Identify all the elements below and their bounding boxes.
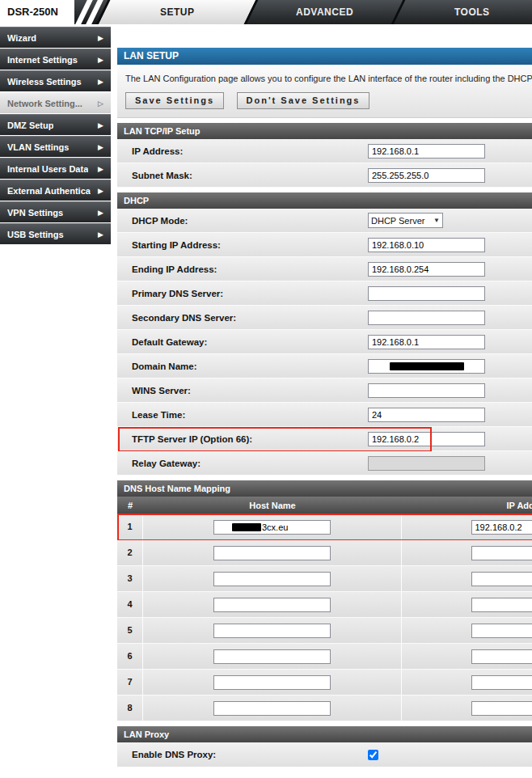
sidebar-item-label: USB Settings [7,230,64,239]
host-name-input[interactable]: 3cx.eu [213,520,331,535]
sidebar-item-label: Wizard [7,33,36,43]
host-name-input[interactable] [213,546,331,560]
table-row: 7 [117,670,532,696]
lan-proxy-section: LAN Proxy Enable DNS Proxy: [117,726,532,767]
row-number: 3 [117,566,143,591]
sidebar-item-internal-users-data[interactable]: Internal Users Data ▶ [0,158,111,179]
table-row: 3 [117,566,532,592]
row-number: 5 [117,618,143,643]
sidebar-item-label: DMZ Setup [7,121,53,130]
field-label: IP Address: [117,146,368,156]
redaction-bar [390,362,464,370]
primary-dns-input[interactable] [368,286,485,301]
tab-setup[interactable]: SETUP [96,0,255,24]
field-label: Secondary DNS Server: [117,313,368,323]
ending-ip-input[interactable] [368,262,485,277]
field-row-lease-time: Lease Time: [117,403,532,427]
secondary-dns-input[interactable] [368,311,485,325]
field-label: DHCP Mode: [117,216,368,226]
chevron-right-icon: ▶ [98,187,103,195]
column-header-host-name: Host Name [143,501,402,510]
field-row-ip-address: IP Address: [117,139,532,163]
tab-tools[interactable]: TOOLS [391,0,532,24]
row-number: 8 [117,696,143,721]
field-label: WINS Server: [117,386,368,395]
host-name-input[interactable] [213,598,331,612]
ip-address-input[interactable] [471,520,532,535]
sidebar-item-vpn-settings[interactable]: VPN Settings ▶ [0,201,111,222]
field-row-starting-ip: Starting IP Address: [117,233,532,257]
ip-address-input[interactable] [471,701,532,716]
column-header-number: # [117,501,143,510]
ip-address-input[interactable] [471,624,532,638]
chevron-down-icon: ▼ [433,217,440,224]
ip-address-input[interactable] [471,546,532,560]
host-name-input[interactable] [213,649,331,664]
ip-address-input[interactable] [471,649,532,664]
sidebar-item-usb-settings[interactable]: USB Settings ▶ [0,223,111,244]
row-number: 2 [117,540,143,565]
top-tabs: SETUP ADVANCED TOOLS [102,0,532,24]
table-header-row: # Host Name IP Address [117,497,532,514]
sidebar-item-internet-settings[interactable]: Internet Settings ▶ [0,49,111,70]
sidebar-menu: Wizard ▶ Internet Settings ▶ Wireless Se… [0,27,111,245]
table-row: 2 [117,540,532,566]
ip-address-input[interactable] [368,144,485,159]
sidebar-item-wireless-settings[interactable]: Wireless Settings ▶ [0,70,111,91]
table-row: 1 3cx.eu [117,514,532,540]
sidebar-item-network-setting[interactable]: Network Setting... ▷ [0,92,111,113]
tab-advanced[interactable]: ADVANCED [243,0,403,24]
ip-address-input[interactable] [471,572,532,586]
wins-server-input[interactable] [368,383,485,398]
ip-address-input[interactable] [471,675,532,690]
section-header-dns-mapping: DNS Host Name Mapping [117,480,532,497]
starting-ip-input[interactable] [368,238,485,252]
tab-tools-label: TOOLS [454,6,490,18]
sidebar-item-label: External Authentica [7,186,91,196]
chevron-right-icon: ▶ [98,209,103,217]
field-row-dhcp-mode: DHCP Mode: DHCP Server ▼ [117,209,532,233]
chevron-right-icon: ▶ [98,230,103,239]
host-name-input[interactable] [213,701,331,716]
save-settings-button[interactable]: Save Settings [125,92,224,109]
field-row-tftp-server: TFTP Server IP (Option 66): [117,427,532,451]
relay-gateway-input [368,456,485,471]
host-name-input[interactable] [213,572,331,586]
sidebar-item-wizard[interactable]: Wizard ▶ [0,27,111,48]
enable-dns-proxy-checkbox[interactable] [368,750,378,760]
domain-name-input[interactable] [368,359,485,374]
lan-tcpip-section: LAN TCP/IP Setup IP Address: Subnet Mask… [117,123,532,188]
sidebar-item-label: VLAN Settings [7,142,69,152]
subnet-mask-input[interactable] [368,168,485,183]
field-row-wins-server: WINS Server: [117,378,532,403]
default-gateway-input[interactable] [368,335,485,349]
host-name-input[interactable] [213,675,331,690]
field-row-relay-gateway: Relay Gateway: [117,451,532,476]
tab-setup-label: SETUP [160,6,195,18]
chevron-right-icon: ▶ [98,165,103,173]
field-label: Lease Time: [117,410,368,420]
lease-time-input[interactable] [368,408,485,422]
sidebar-item-dmz-setup[interactable]: DMZ Setup ▶ [0,114,111,135]
sidebar-item-external-authentication[interactable]: External Authentica ▶ [0,180,111,201]
table-row: 6 [117,644,532,670]
field-label: Primary DNS Server: [117,289,368,298]
section-header-lan-tcpip: LAN TCP/IP Setup [117,123,532,139]
field-row-ending-ip: Ending IP Address: [117,257,532,281]
row-number: 1 [117,514,143,539]
dont-save-settings-button[interactable]: Don't Save Settings [237,92,370,109]
row-number: 7 [117,670,143,695]
chevron-right-icon: ▶ [98,143,103,151]
table-row: 5 [117,618,532,644]
router-admin-page: DSR-250N SETUP ADVANCED TOOLS Wizard ▶ I… [0,0,532,778]
dhcp-mode-select[interactable]: DHCP Server ▼ [368,213,443,228]
tftp-server-ip-input[interactable] [368,432,485,446]
ip-address-input[interactable] [471,598,532,612]
field-row-enable-dns-proxy: Enable DNS Proxy: [117,742,532,767]
description-block: The LAN Configuration page allows you to… [117,66,532,118]
tab-advanced-label: ADVANCED [296,6,353,18]
field-label: Starting IP Address: [117,240,368,250]
section-header-lan-proxy: LAN Proxy [117,726,532,742]
host-name-input[interactable] [213,624,331,638]
sidebar-item-vlan-settings[interactable]: VLAN Settings ▶ [0,136,111,157]
